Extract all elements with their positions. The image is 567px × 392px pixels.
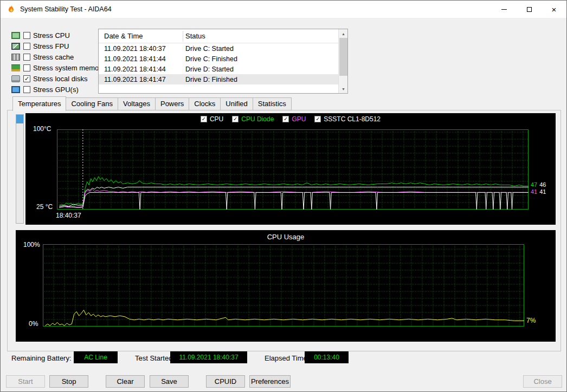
- remaining-battery-value: AC Line: [74, 351, 118, 363]
- legend-label: CPU Diode: [241, 115, 274, 123]
- temp-y-max-label: 100°C: [33, 125, 51, 133]
- scroll-down-icon[interactable]: ▼: [339, 84, 348, 93]
- cpu-icon: [11, 32, 20, 39]
- log-scrollbar[interactable]: ▲ ▼: [338, 29, 347, 93]
- stress-disks-label: Stress local disks: [33, 75, 87, 83]
- cpu-usage-chart: CPU Usage 100% 0% 7%: [16, 230, 556, 342]
- stress-cache-label: Stress cache: [33, 53, 74, 61]
- stress-fpu-checkbox[interactable]: [23, 43, 30, 50]
- fpu-icon: [11, 43, 20, 50]
- elapsed-time-label: Elapsed Time:: [265, 354, 309, 362]
- stress-option-cache[interactable]: Stress cache: [11, 51, 105, 62]
- minimize-button[interactable]: [492, 1, 517, 18]
- temp-x-start-label: 18:40:37: [56, 212, 81, 219]
- tab-cooling-fans[interactable]: Cooling Fans: [66, 97, 118, 110]
- cpu-usage-plot: [43, 244, 524, 326]
- tab-temperatures[interactable]: Temperatures: [12, 96, 66, 111]
- tab-statistics[interactable]: Statistics: [253, 97, 292, 110]
- memory-icon: [11, 64, 20, 71]
- stress-gpu-checkbox[interactable]: [23, 86, 30, 93]
- aida64-flame-icon: [7, 5, 16, 14]
- chart-scale-slider[interactable]: [16, 114, 24, 224]
- legend-label: CPU: [210, 115, 223, 123]
- titlebar: System Stability Test - AIDA64 ×: [1, 1, 566, 18]
- usage-y-min-label: 0%: [29, 320, 38, 328]
- log-row[interactable]: 11.09.2021 18:41:44Drive D: Started: [99, 64, 338, 74]
- elapsed-time-value: 00:13:40: [305, 351, 349, 363]
- disks-icon: [11, 75, 20, 82]
- tab-clocks[interactable]: Clocks: [189, 97, 221, 110]
- log-row[interactable]: 11.09.2021 18:41:44Drive C: Finished: [99, 54, 338, 64]
- close-window-button[interactable]: ×: [542, 1, 566, 18]
- system-stability-test-window: System Stability Test - AIDA64 × Stress …: [0, 0, 567, 392]
- legend-ssstc-cl1-8d512[interactable]: ✓SSSTC CL1-8D512: [314, 115, 381, 123]
- temperature-chart: ✓CPU✓CPU Diode✓GPU✓SSSTC CL1-8D512 100°C…: [25, 113, 556, 225]
- log-status: Drive C: Started: [185, 45, 234, 53]
- temperature-legend: ✓CPU✓CPU Diode✓GPU✓SSSTC CL1-8D512: [25, 115, 556, 123]
- tab-voltages[interactable]: Voltages: [118, 97, 156, 110]
- stop-button[interactable]: Stop: [49, 375, 88, 388]
- log-rows: 11.09.2021 18:40:37Drive C: Started11.09…: [99, 43, 338, 93]
- temp-value-label: 41: [539, 188, 546, 195]
- remaining-battery-label: Remaining Battery:: [11, 354, 72, 362]
- log-datetime: 11.09.2021 18:40:37: [104, 45, 166, 53]
- start-button[interactable]: Start: [6, 375, 45, 388]
- column-divider: [183, 31, 183, 42]
- legend-cpu[interactable]: ✓CPU: [201, 115, 223, 123]
- legend-gpu[interactable]: ✓GPU: [282, 115, 306, 123]
- checkbox-icon[interactable]: ✓: [282, 116, 289, 122]
- tab-unified[interactable]: Unified: [221, 97, 253, 110]
- cpuid-button[interactable]: CPUID: [206, 375, 245, 388]
- stress-option-gpu[interactable]: Stress GPU(s): [11, 84, 105, 95]
- close-button[interactable]: Close: [523, 375, 562, 388]
- log-datetime: 11.09.2021 18:41:44: [104, 55, 166, 63]
- log-table: Date & Time Status 11.09.2021 18:40:37Dr…: [98, 29, 348, 94]
- preferences-button[interactable]: Preferences: [249, 375, 291, 388]
- close-icon: ×: [552, 5, 557, 14]
- tab-powers[interactable]: Powers: [156, 97, 189, 110]
- temp-value-label: 41: [531, 188, 537, 195]
- slider-thumb[interactable]: [16, 115, 23, 123]
- legend-label: GPU: [292, 115, 306, 123]
- maximize-icon: [527, 7, 532, 12]
- cache-icon: [11, 54, 20, 61]
- log-status: Drive C: Finished: [185, 55, 237, 63]
- tab-strip: TemperaturesCooling FansVoltagesPowersCl…: [12, 99, 292, 110]
- checkbox-icon[interactable]: ✓: [314, 116, 321, 122]
- gpu-icon: [11, 86, 20, 93]
- column-header-status[interactable]: Status: [185, 32, 205, 40]
- legend-cpu-diode[interactable]: ✓CPU Diode: [232, 115, 274, 123]
- stress-cpu-checkbox[interactable]: [23, 32, 30, 39]
- log-status: Drive D: Started: [185, 66, 234, 73]
- scroll-up-icon[interactable]: ▲: [339, 29, 348, 38]
- stress-memory-label: Stress system memory: [33, 64, 105, 72]
- log-row[interactable]: 11.09.2021 18:41:47Drive D: Finished: [99, 74, 338, 84]
- stress-options: Stress CPUStress FPUStress cacheStress s…: [11, 30, 105, 95]
- stress-cache-checkbox[interactable]: [23, 54, 30, 61]
- checkbox-icon[interactable]: ✓: [201, 116, 207, 122]
- minimize-icon: [501, 9, 507, 10]
- temp-value-label: 47: [531, 181, 537, 188]
- stress-disks-checkbox[interactable]: ✓: [23, 75, 30, 82]
- test-started-label: Test Started:: [135, 354, 175, 362]
- maximize-button[interactable]: [517, 1, 542, 18]
- log-datetime: 11.09.2021 18:41:47: [104, 76, 166, 83]
- usage-current-value: 7%: [526, 317, 536, 324]
- temp-value-label: 46: [539, 181, 546, 188]
- scrollbar-thumb[interactable]: [339, 38, 347, 76]
- log-row[interactable]: 11.09.2021 18:40:37Drive C: Started: [99, 43, 338, 54]
- stress-option-memory[interactable]: Stress system memory: [11, 62, 105, 73]
- log-table-header: Date & Time Status: [99, 29, 347, 43]
- usage-y-max-label: 100%: [23, 241, 40, 249]
- stress-memory-checkbox[interactable]: [23, 64, 30, 71]
- column-header-datetime[interactable]: Date & Time: [104, 32, 143, 40]
- legend-label: SSSTC CL1-8D512: [324, 115, 381, 123]
- checkbox-icon[interactable]: ✓: [232, 116, 239, 122]
- temp-y-min-label: 25 °C: [36, 203, 53, 211]
- cpu-usage-title: CPU Usage: [16, 233, 556, 241]
- stress-option-disks[interactable]: ✓Stress local disks: [11, 73, 105, 84]
- stress-option-fpu[interactable]: Stress FPU: [11, 41, 105, 51]
- stress-option-cpu[interactable]: Stress CPU: [11, 30, 105, 41]
- save-button[interactable]: Save: [150, 375, 189, 388]
- clear-button[interactable]: Clear: [106, 375, 145, 388]
